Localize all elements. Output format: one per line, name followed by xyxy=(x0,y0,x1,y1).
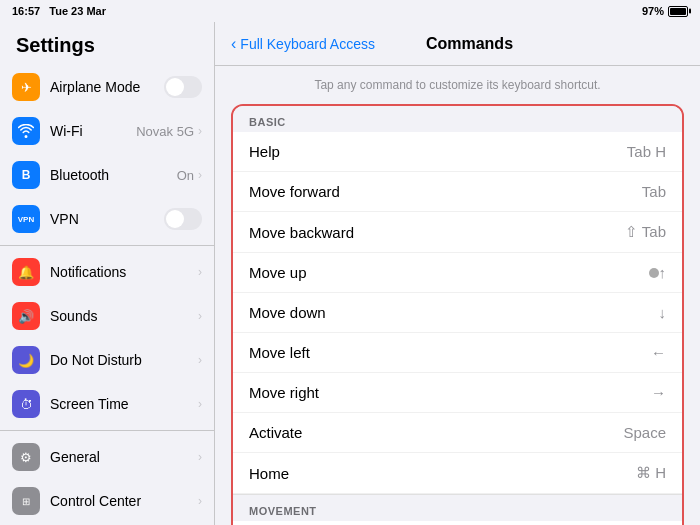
command-move-backward[interactable]: Move backward ⇧ Tab xyxy=(233,212,682,253)
vpn-icon: VPN xyxy=(12,205,40,233)
sidebar-item-sounds[interactable]: 🔊 Sounds › xyxy=(0,294,214,338)
status-time: 16:57 Tue 23 Mar xyxy=(12,5,106,17)
command-shortcut: Tab H xyxy=(627,143,666,160)
battery-percent: 97% xyxy=(642,5,664,17)
control-center-icon: ⊞ xyxy=(12,487,40,515)
drag-dot xyxy=(649,268,659,278)
command-move-up[interactable]: Move up ↑ xyxy=(233,253,682,293)
nav-title: Commands xyxy=(375,35,564,53)
back-label: Full Keyboard Access xyxy=(240,36,375,52)
chevron-icon: › xyxy=(198,309,202,323)
chevron-icon: › xyxy=(198,168,202,182)
basic-section-header: BASIC xyxy=(233,106,682,132)
airplane-icon: ✈ xyxy=(12,73,40,101)
command-move-right[interactable]: Move right → xyxy=(233,373,682,413)
main-layout: Settings ✈ Airplane Mode Wi-Fi Novak 5G … xyxy=(0,22,700,525)
command-help[interactable]: Help Tab H xyxy=(233,132,682,172)
command-shortcut: ↑ xyxy=(659,264,667,281)
command-move-forward[interactable]: Move forward Tab xyxy=(233,172,682,212)
command-shortcut: ⌘ H xyxy=(636,464,666,482)
command-label: Move forward xyxy=(249,183,642,200)
command-shortcut: → xyxy=(651,384,666,401)
item-label: Screen Time xyxy=(50,396,198,412)
item-label: Airplane Mode xyxy=(50,79,164,95)
back-chevron-icon: ‹ xyxy=(231,35,236,53)
item-label: VPN xyxy=(50,211,164,227)
sidebar-item-control-center[interactable]: ⊞ Control Center › xyxy=(0,479,214,523)
command-shortcut: ↓ xyxy=(659,304,667,321)
movement-move-forward[interactable]: Move forward Tab xyxy=(233,521,682,525)
chevron-icon: › xyxy=(198,124,202,138)
sidebar: Settings ✈ Airplane Mode Wi-Fi Novak 5G … xyxy=(0,22,215,525)
command-activate[interactable]: Activate Space xyxy=(233,413,682,453)
command-shortcut: Tab xyxy=(642,183,666,200)
item-label: Bluetooth xyxy=(50,167,177,183)
chevron-icon: › xyxy=(198,450,202,464)
wifi-value: Novak 5G xyxy=(136,124,194,139)
sidebar-item-do-not-disturb[interactable]: 🌙 Do Not Disturb › xyxy=(0,338,214,382)
status-bar: 16:57 Tue 23 Mar 97% xyxy=(0,0,700,22)
sidebar-item-wifi[interactable]: Wi-Fi Novak 5G › xyxy=(0,109,214,153)
command-label: Move down xyxy=(249,304,659,321)
commands-content: Tap any command to customize its keyboar… xyxy=(215,66,700,525)
divider xyxy=(0,245,214,246)
item-label: Notifications xyxy=(50,264,198,280)
sidebar-item-screen-time[interactable]: ⏱ Screen Time › xyxy=(0,382,214,426)
command-move-left[interactable]: Move left ← xyxy=(233,333,682,373)
command-label: Help xyxy=(249,143,627,160)
movement-section-header: MOVEMENT xyxy=(233,494,682,521)
command-label: Move right xyxy=(249,384,651,401)
vpn-toggle[interactable] xyxy=(164,208,202,230)
back-button[interactable]: ‹ Full Keyboard Access xyxy=(231,35,375,53)
item-label: Control Center xyxy=(50,493,198,509)
general-icon: ⚙ xyxy=(12,443,40,471)
item-label: Do Not Disturb xyxy=(50,352,198,368)
chevron-icon: › xyxy=(198,494,202,508)
screen-time-icon: ⏱ xyxy=(12,390,40,418)
do-not-disturb-icon: 🌙 xyxy=(12,346,40,374)
command-label: Activate xyxy=(249,424,623,441)
command-home[interactable]: Home ⌘ H xyxy=(233,453,682,494)
command-label: Home xyxy=(249,465,636,482)
battery-icon xyxy=(668,6,688,17)
item-label: Wi-Fi xyxy=(50,123,136,139)
command-label: Move up xyxy=(249,264,569,281)
command-shortcut: ⇧ Tab xyxy=(625,223,666,241)
command-shortcut: Space xyxy=(623,424,666,441)
notifications-icon: 🔔 xyxy=(12,258,40,286)
command-shortcut: ← xyxy=(651,344,666,361)
command-label: Move backward xyxy=(249,224,625,241)
sidebar-item-notifications[interactable]: 🔔 Notifications › xyxy=(0,250,214,294)
divider xyxy=(0,430,214,431)
command-label: Move left xyxy=(249,344,651,361)
sounds-icon: 🔊 xyxy=(12,302,40,330)
chevron-icon: › xyxy=(198,397,202,411)
hint-text: Tap any command to customize its keyboar… xyxy=(231,78,684,92)
nav-bar: ‹ Full Keyboard Access Commands xyxy=(215,22,700,66)
sidebar-item-vpn[interactable]: VPN VPN xyxy=(0,197,214,241)
chevron-icon: › xyxy=(198,265,202,279)
command-move-down[interactable]: Move down ↓ xyxy=(233,293,682,333)
bluetooth-icon: B xyxy=(12,161,40,189)
commands-card: BASIC Help Tab H Move forward Tab Move b… xyxy=(231,104,684,525)
sidebar-item-bluetooth[interactable]: B Bluetooth On › xyxy=(0,153,214,197)
status-indicators: 97% xyxy=(642,5,688,17)
item-label: General xyxy=(50,449,198,465)
sidebar-item-general[interactable]: ⚙ General › xyxy=(0,435,214,479)
item-label: Sounds xyxy=(50,308,198,324)
content-area: ‹ Full Keyboard Access Commands Tap any … xyxy=(215,22,700,525)
wifi-icon xyxy=(12,117,40,145)
bluetooth-value: On xyxy=(177,168,194,183)
chevron-icon: › xyxy=(198,353,202,367)
airplane-toggle[interactable] xyxy=(164,76,202,98)
sidebar-title: Settings xyxy=(0,22,214,65)
sidebar-item-airplane-mode[interactable]: ✈ Airplane Mode xyxy=(0,65,214,109)
